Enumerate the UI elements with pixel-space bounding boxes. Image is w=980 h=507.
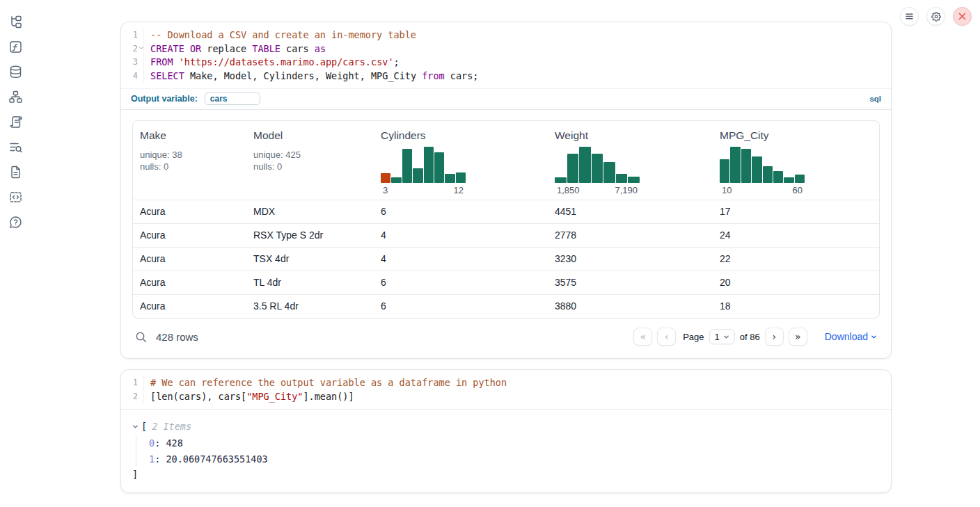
settings-button[interactable]	[926, 7, 945, 26]
python-cell-output: [ 2 Items 0: 4281: 20.060747663551403 ]	[121, 409, 891, 492]
search-icon[interactable]	[135, 331, 147, 343]
table-cell: 4	[374, 224, 548, 247]
tree-toggle-row[interactable]: [ 2 Items	[132, 419, 880, 434]
column-name: MPG_City	[720, 129, 872, 142]
sql-editor[interactable]: 1-- Download a CSV and create an in-memo…	[121, 22, 891, 88]
data-table: Make unique: 38 nulls: 0 Model unique: 4…	[132, 120, 880, 319]
page-label: Page	[683, 332, 704, 342]
code-line[interactable]: 1-- Download a CSV and create an in-memo…	[121, 29, 891, 42]
table-cell: Acura	[133, 271, 246, 294]
file-tree-icon[interactable]	[8, 15, 23, 29]
cylinders-histogram: 3 12	[381, 147, 466, 195]
next-page-button[interactable]: ›	[765, 328, 784, 346]
histogram-bar[interactable]	[391, 177, 401, 183]
histogram-bar[interactable]	[592, 154, 603, 183]
table-row[interactable]: AcuraTL 4dr6357520	[133, 271, 879, 294]
download-button[interactable]: Download	[825, 331, 877, 342]
row-count: 428 rows	[156, 331, 198, 343]
table-cell: Acura	[133, 295, 246, 318]
sql-cell-output: Make unique: 38 nulls: 0 Model unique: 4…	[121, 110, 891, 358]
shutdown-button[interactable]	[953, 7, 972, 26]
table-cell: 17	[713, 200, 879, 223]
column-header-mpg-city[interactable]: MPG_City 10 60	[713, 129, 879, 195]
histogram-bar[interactable]	[424, 147, 434, 183]
logs-icon[interactable]	[8, 115, 23, 129]
column-header-make[interactable]: Make unique: 38 nulls: 0	[133, 129, 246, 195]
column-stats: unique: 38 nulls: 0	[140, 149, 239, 172]
column-name: Cylinders	[381, 129, 541, 142]
histogram-bar[interactable]	[434, 152, 444, 183]
histogram-bar[interactable]	[579, 147, 591, 183]
page-select[interactable]: 1	[709, 329, 735, 344]
code-text: # We can reference the output variable a…	[144, 376, 507, 390]
histogram-bar[interactable]	[445, 174, 455, 183]
output-variable-row: Output variable: sql	[121, 88, 891, 110]
histogram-bar[interactable]	[773, 171, 783, 183]
menu-button[interactable]	[900, 7, 919, 26]
column-header-cylinders[interactable]: Cylinders 3 12	[374, 129, 548, 195]
column-header-weight[interactable]: Weight 1,850 7,190	[548, 129, 713, 195]
histogram-bar[interactable]	[603, 162, 615, 183]
code-text: -- Download a CSV and create an in-memor…	[144, 29, 416, 42]
chevron-down-icon	[723, 334, 729, 340]
chevron-down-icon	[132, 424, 139, 430]
histogram-bar[interactable]	[784, 177, 793, 183]
table-row[interactable]: AcuraTSX 4dr4323022	[133, 247, 879, 271]
line-number: 2	[121, 42, 144, 56]
helper-sidebar	[0, 0, 31, 507]
histogram-bar[interactable]	[720, 159, 729, 184]
table-cell: 3880	[548, 295, 713, 318]
table-cell: TL 4dr	[246, 271, 374, 294]
histogram-bar[interactable]	[456, 172, 466, 183]
list-item: 0: 428	[149, 435, 880, 451]
gear-icon	[931, 12, 941, 22]
last-page-button[interactable]: »	[789, 328, 807, 346]
datasources-icon[interactable]	[8, 65, 23, 79]
table-cell: 6	[374, 271, 548, 294]
histogram-bar[interactable]	[752, 156, 761, 183]
table-cell: TSX 4dr	[246, 248, 374, 271]
table-row[interactable]: AcuraRSX Type S 2dr4277824	[133, 223, 879, 247]
fold-chevron-icon[interactable]	[139, 45, 144, 51]
histogram-bar[interactable]	[555, 177, 567, 183]
column-header-model[interactable]: Model unique: 425 nulls: 0	[246, 129, 374, 195]
help-icon[interactable]	[8, 215, 23, 230]
table-cell: Acura	[133, 248, 246, 271]
tree-items: 0: 4281: 20.060747663551403	[136, 435, 880, 467]
list-item: 1: 20.060747663551403	[149, 451, 880, 467]
code-text: SELECT Make, Model, Cylinders, Weight, M…	[144, 70, 478, 83]
histogram-axis-labels: 1,850 7,190	[555, 185, 640, 195]
output-variable-input[interactable]	[205, 92, 260, 105]
table-row[interactable]: Acura3.5 RL 4dr6388018	[133, 294, 879, 318]
table-row[interactable]: AcuraMDX6445117	[133, 200, 879, 223]
functions-icon[interactable]	[8, 40, 23, 54]
prev-page-button[interactable]: ‹	[657, 328, 676, 346]
code-line[interactable]: 2[len(cars), cars["MPG_City"].mean()]	[121, 390, 891, 404]
table-body: AcuraMDX6445117AcuraRSX Type S 2dr427782…	[133, 200, 879, 318]
histogram-bar[interactable]	[795, 175, 805, 183]
code-line[interactable]: 2CREATE OR replace TABLE cars as	[121, 42, 891, 56]
histogram-bar[interactable]	[381, 173, 390, 183]
histogram-bar[interactable]	[413, 168, 422, 183]
python-editor[interactable]: 1# We can reference the output variable …	[121, 370, 891, 409]
histogram-bar[interactable]	[616, 174, 628, 183]
code-line[interactable]: 1# We can reference the output variable …	[121, 376, 891, 390]
documentation-icon[interactable]	[8, 165, 23, 179]
histogram-bar[interactable]	[402, 149, 412, 183]
pagination: « ‹ Page 1 of 86 › » Download	[633, 328, 877, 346]
code-line[interactable]: 3FROM 'https://datasets.marimo.app/cars.…	[121, 56, 891, 70]
table-cell: 20	[713, 271, 879, 294]
dependency-graph-icon[interactable]	[8, 90, 23, 104]
table-cell: 4451	[548, 200, 713, 223]
histogram-bar[interactable]	[730, 147, 740, 183]
histogram-bar[interactable]	[628, 177, 640, 183]
scratchpad-search-icon[interactable]	[8, 140, 23, 154]
histogram-bar[interactable]	[763, 166, 773, 183]
table-cell: 4	[374, 248, 548, 271]
snippets-icon[interactable]	[8, 190, 23, 204]
histogram-bar[interactable]	[741, 149, 751, 183]
page-select-value: 1	[715, 332, 720, 342]
code-line[interactable]: 4SELECT Make, Model, Cylinders, Weight, …	[121, 70, 891, 83]
first-page-button[interactable]: «	[633, 328, 652, 346]
histogram-bar[interactable]	[567, 154, 579, 183]
